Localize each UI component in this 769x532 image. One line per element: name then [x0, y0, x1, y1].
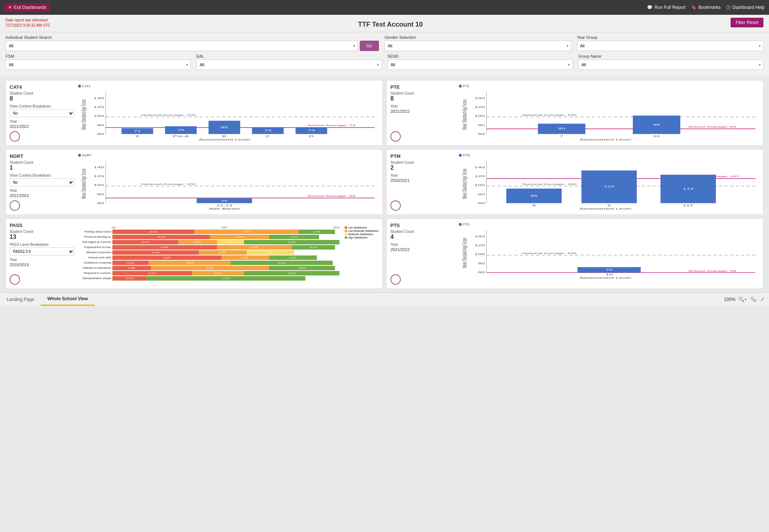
tab-whole-school-view[interactable]: Whole School View — [41, 293, 95, 306]
pass-level-label: PASS Level Breakdown — [10, 243, 74, 247]
svg-text:Mean Standard Age Score: Mean Standard Age Score — [80, 99, 88, 130]
svg-text:120: 120 — [94, 106, 104, 109]
pts-legend: PTS — [459, 223, 759, 226]
svg-text:Assessment Level: Assessment Level — [579, 277, 631, 279]
pass-row-8: Attitudes to attendance 17.39% 52.17% 29… — [78, 266, 340, 270]
cat4-year-label: Year — [10, 119, 74, 123]
year-group-select[interactable]: All — [577, 41, 763, 51]
gender-select[interactable]: All — [384, 41, 571, 51]
svg-text:122: 122 — [604, 185, 614, 188]
go-button[interactable]: Go — [360, 41, 379, 51]
zoom-in-button[interactable]: 🔍+ — [738, 297, 747, 302]
page-title: TTF Test Account 10 — [358, 18, 423, 31]
year-group-label: Year Group — [577, 35, 763, 40]
svg-text:80: 80 — [478, 262, 485, 265]
ptm-student-count: 2 — [390, 165, 455, 171]
pass-row-7: Confidence in learning 16.00% 36.00% 45.… — [78, 261, 340, 265]
svg-text:60: 60 — [478, 202, 485, 205]
pte-legend-dot — [459, 85, 462, 88]
svg-text:9: 9 — [607, 204, 611, 207]
svg-text:National Average: 100: National Average: 100 — [141, 113, 196, 116]
cat4-circle[interactable] — [10, 131, 20, 142]
pte-student-count-label: Student Count — [390, 91, 455, 95]
ngrt-circle[interactable] — [10, 200, 20, 211]
ngrt-chart: NGRT Mean Standard Age Score 60 80 100 1… — [78, 153, 379, 211]
pts-svg: Mean Standard Age Score 60 80 100 120 14… — [459, 227, 759, 279]
exit-dashboards-button[interactable]: ✕ Exit Dashboards — [4, 3, 50, 12]
cat4-title: CAT4 — [10, 84, 74, 90]
ngrt-year: 2021/2022 — [10, 193, 74, 198]
pass-circle[interactable] — [10, 274, 20, 285]
ngrt-student-count: 1 — [10, 165, 74, 171]
pte-title: PTE — [390, 84, 455, 90]
svg-text:114: 114 — [683, 187, 694, 190]
zoom-in-icon: 🔍+ — [738, 297, 747, 302]
svg-text:Mean Standard Age Score: Mean Standard Age Score — [461, 169, 468, 199]
bookmarks-button[interactable]: 🔖 Bookmarks — [691, 5, 721, 10]
svg-text:Assessment Level: Assessment Level — [199, 138, 250, 140]
pass-year: 2018/2019 — [10, 262, 74, 267]
svg-text:C: C — [265, 135, 270, 138]
pass-level-select[interactable]: PASS2.3.4 — [10, 247, 74, 255]
filter-reset-button[interactable]: Filter Reset — [731, 18, 763, 27]
ngrt-svg: Mean Standard Age Score 60 80 100 120 14… — [78, 158, 379, 210]
svg-text:National Average: 100: National Average: 100 — [522, 183, 576, 185]
fsm-select[interactable]: All — [6, 60, 191, 70]
individual-search-label: Individual Student Search — [6, 35, 379, 40]
ptm-circle[interactable] — [390, 200, 401, 211]
group-name-label: Group Name — [578, 54, 763, 58]
ngrt-legend: NGRT — [78, 153, 379, 157]
svg-text:100: 100 — [94, 115, 104, 118]
dashboard-grid: CAT4 Student Count 8 View Content Breakd… — [6, 80, 763, 289]
dashboard-help-button[interactable]: ⓘ Dashboard Help — [726, 4, 765, 11]
svg-text:B: B — [222, 135, 227, 138]
svg-text:95: 95 — [653, 123, 660, 126]
pass-legend-high — [345, 236, 347, 239]
pts-circle[interactable] — [390, 274, 401, 285]
svg-text:School Average: 73: School Average: 73 — [307, 124, 355, 126]
svg-text:Assessment Level: Assessment Level — [579, 138, 631, 140]
group-name-group: Group Name All — [578, 54, 763, 70]
tab-landing-page[interactable]: Landing Page — [0, 293, 41, 306]
ngrt-breakdown-select[interactable]: NoYes — [10, 178, 74, 186]
eal-select[interactable]: All — [196, 60, 382, 70]
zoom-out-button[interactable]: 🔍- — [750, 297, 758, 302]
pass-row-5: Attitudes to teachers 37.50% 20.83% 20.8… — [78, 250, 340, 255]
pts-year-label: Year — [390, 243, 455, 247]
cat4-card: CAT4 Student Count 8 View Content Breakd… — [6, 80, 383, 146]
svg-text:School Average: 69: School Average: 69 — [688, 126, 736, 128]
ptm-legend-dot — [459, 154, 462, 157]
pte-svg: Mean Standard Age Score 60 80 100 120 14… — [459, 89, 759, 140]
svg-text:X: X — [135, 135, 140, 138]
gender-selection-group: Gender Selection All — [384, 35, 571, 51]
svg-text:71: 71 — [134, 130, 141, 133]
pass-legend: Low Satisfaction Low Moderate Satisfacti… — [345, 226, 379, 239]
pass-row-10: Standardisation sample 15.00% 70.00% — [78, 276, 340, 281]
run-full-report-button[interactable]: 💬 Run Full Report — [647, 5, 685, 10]
svg-text:140: 140 — [474, 235, 485, 238]
individual-student-search-group: Individual Student Search All Go — [6, 35, 379, 51]
send-select[interactable]: All — [387, 60, 573, 70]
svg-text:140: 140 — [474, 97, 485, 100]
svg-text:Pre-A: Pre-A — [173, 135, 189, 138]
cat4-chart: CAT4 Mean Standard Age Score 60 80 100 1… — [78, 84, 379, 142]
pte-legend: PTE — [459, 84, 759, 88]
pass-legend-mod — [345, 233, 347, 235]
ptm-card: PTM Student Count 2 Year 2020/2021 PTM M… — [386, 149, 763, 215]
svg-text:60: 60 — [478, 133, 485, 136]
pte-circle[interactable] — [390, 131, 401, 142]
zoom-out-icon: 🔍- — [750, 297, 758, 302]
fsm-label: FSM — [6, 54, 191, 58]
filters-area: Individual Student Search All Go Gender … — [0, 33, 769, 77]
svg-text:12-13: 12-13 — [216, 204, 233, 207]
group-name-select[interactable]: All — [578, 60, 763, 70]
pts-chart: PTS Mean Standard Age Score 60 80 100 12… — [459, 223, 759, 285]
cat4-year: 2021/2022 — [10, 124, 74, 129]
individual-search-select[interactable]: All — [6, 41, 358, 51]
pass-chart-area: 0% 50% 100% Feelings about school 36.00%… — [78, 223, 379, 285]
svg-text:120: 120 — [474, 244, 485, 247]
cat4-breakdown-select[interactable]: NoYes — [10, 109, 74, 117]
pte-student-count: 8 — [390, 95, 455, 102]
svg-text:10: 10 — [653, 135, 660, 138]
fit-page-button[interactable]: ⤢ — [760, 297, 765, 302]
